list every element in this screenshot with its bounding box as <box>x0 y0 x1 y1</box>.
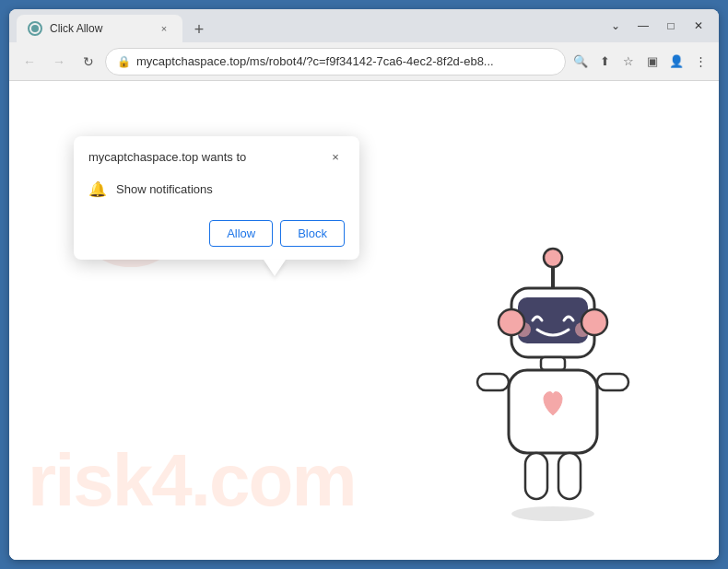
forward-button[interactable]: → <box>46 49 72 75</box>
popup-tail <box>264 260 286 276</box>
svg-rect-16 <box>597 374 628 390</box>
maximize-button[interactable]: □ <box>658 13 684 39</box>
window-controls: ⌄ — □ ✕ <box>603 13 711 39</box>
bookmark-icon[interactable]: ☆ <box>617 51 640 73</box>
allow-button[interactable]: Allow <box>209 220 273 247</box>
svg-rect-17 <box>525 453 547 499</box>
url-display: mycaptchaspace.top/ms/robot4/?c=f9f34142… <box>136 54 554 68</box>
lock-icon: 🔒 <box>117 55 131 68</box>
share-icon[interactable]: ⬆ <box>593 51 616 73</box>
block-button[interactable]: Block <box>280 220 345 247</box>
popup-title: mycaptchaspace.top wants to <box>88 150 246 164</box>
svg-point-11 <box>499 309 524 335</box>
svg-rect-15 <box>477 374 509 390</box>
popup-buttons: Allow Block <box>74 213 359 260</box>
active-tab: Click Allow × <box>17 15 182 42</box>
notification-popup: mycaptchaspace.top wants to × 🔔 Show not… <box>74 136 359 260</box>
back-button[interactable]: ← <box>17 49 42 75</box>
close-button[interactable]: ✕ <box>686 13 711 39</box>
popup-close-button[interactable]: × <box>326 147 345 166</box>
address-actions: 🔍 ⬆ ☆ ▣ 👤 ⋮ <box>569 51 711 73</box>
tab-title: Click Allow <box>50 22 149 35</box>
address-bar: ← → ↻ 🔒 mycaptchaspace.top/ms/robot4/?c=… <box>9 42 719 81</box>
browser-content: ARE NOT A ROBOT! risk4.com <box>9 81 719 560</box>
svg-point-19 <box>511 506 594 521</box>
profile-icon[interactable]: 👤 <box>665 51 687 73</box>
tab-close-button[interactable]: × <box>157 21 171 36</box>
watermark-text: risk4.com <box>28 438 356 523</box>
search-icon[interactable]: 🔍 <box>569 51 592 73</box>
popup-body: 🔔 Show notifications <box>74 173 359 213</box>
expand-button[interactable]: ⌄ <box>603 13 628 39</box>
svg-point-6 <box>544 249 562 267</box>
new-tab-button[interactable]: + <box>186 17 212 42</box>
title-bar: Click Allow × + ⌄ — □ ✕ <box>9 9 719 42</box>
svg-rect-13 <box>541 357 565 370</box>
robot-illustration <box>442 238 663 532</box>
address-input-wrap[interactable]: 🔒 mycaptchaspace.top/ms/robot4/?c=f9f341… <box>105 48 566 75</box>
notification-label: Show notifications <box>116 182 213 196</box>
reload-button[interactable]: ↻ <box>76 49 101 75</box>
notification-row: 🔔 Show notifications <box>88 177 345 202</box>
browser-window: Click Allow × + ⌄ — □ ✕ ← → ↻ 🔒 mycaptch… <box>9 9 719 560</box>
menu-icon[interactable]: ⋮ <box>689 51 711 73</box>
bell-icon: 🔔 <box>88 180 107 198</box>
svg-point-12 <box>581 309 607 335</box>
extensions-icon[interactable]: ▣ <box>641 51 663 73</box>
page-content: ARE NOT A ROBOT! risk4.com <box>9 81 719 560</box>
tab-area: Click Allow × + <box>17 9 595 42</box>
popup-header: mycaptchaspace.top wants to × <box>74 136 359 173</box>
minimize-button[interactable]: — <box>630 13 656 39</box>
svg-rect-18 <box>558 453 581 499</box>
tab-favicon <box>28 21 42 36</box>
